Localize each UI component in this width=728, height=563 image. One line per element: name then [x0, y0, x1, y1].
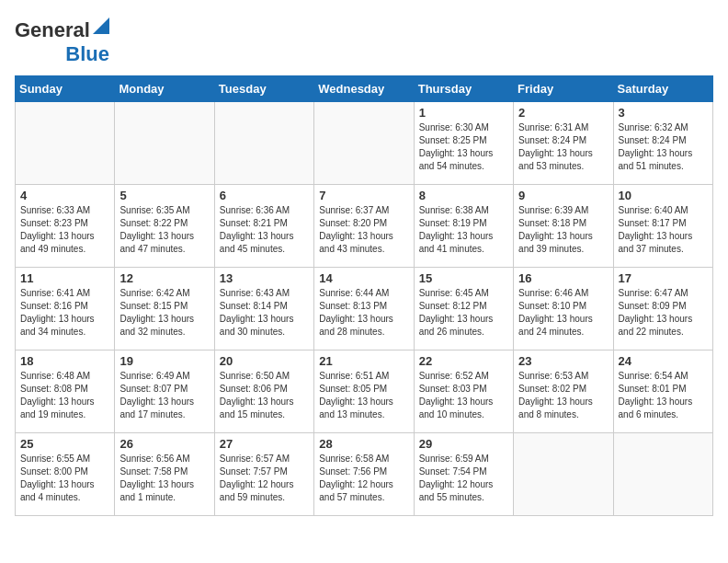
- day-info: Sunrise: 6:51 AM Sunset: 8:05 PM Dayligh…: [319, 370, 408, 421]
- calendar-cell: 19Sunrise: 6:49 AM Sunset: 8:07 PM Dayli…: [115, 350, 214, 433]
- calendar-week-row: 1Sunrise: 6:30 AM Sunset: 8:25 PM Daylig…: [16, 102, 713, 185]
- day-number: 14: [319, 271, 408, 285]
- calendar-cell: 27Sunrise: 6:57 AM Sunset: 7:57 PM Dayli…: [214, 433, 313, 516]
- day-info: Sunrise: 6:33 AM Sunset: 8:23 PM Dayligh…: [20, 204, 109, 256]
- calendar-cell: 28Sunrise: 6:58 AM Sunset: 7:56 PM Dayli…: [314, 433, 414, 516]
- day-info: Sunrise: 6:56 AM Sunset: 7:58 PM Dayligh…: [119, 453, 209, 504]
- calendar-week-row: 11Sunrise: 6:41 AM Sunset: 8:16 PM Dayli…: [16, 268, 713, 350]
- day-info: Sunrise: 6:46 AM Sunset: 8:10 PM Dayligh…: [518, 287, 608, 339]
- calendar-cell: [314, 102, 414, 185]
- day-info: Sunrise: 6:31 AM Sunset: 8:24 PM Dayligh…: [518, 121, 608, 173]
- calendar: SundayMondayTuesdayWednesdayThursdayFrid…: [15, 75, 713, 516]
- calendar-cell: 13Sunrise: 6:43 AM Sunset: 8:14 PM Dayli…: [214, 268, 313, 350]
- day-info: Sunrise: 6:37 AM Sunset: 8:20 PM Dayligh…: [319, 204, 408, 256]
- calendar-cell: 1Sunrise: 6:30 AM Sunset: 8:25 PM Daylig…: [414, 102, 513, 185]
- day-number: 3: [619, 106, 708, 120]
- day-number: 11: [20, 271, 109, 285]
- calendar-cell: 2Sunrise: 6:31 AM Sunset: 8:24 PM Daylig…: [514, 102, 613, 185]
- calendar-cell: 24Sunrise: 6:54 AM Sunset: 8:01 PM Dayli…: [613, 350, 712, 433]
- calendar-cell: [115, 102, 214, 185]
- column-header-wednesday: Wednesday: [314, 76, 414, 102]
- day-number: 22: [419, 354, 508, 368]
- calendar-cell: 4Sunrise: 6:33 AM Sunset: 8:23 PM Daylig…: [16, 185, 115, 268]
- header: General Blue: [15, 15, 713, 66]
- day-info: Sunrise: 6:59 AM Sunset: 7:54 PM Dayligh…: [419, 453, 508, 504]
- day-number: 21: [319, 354, 408, 368]
- calendar-cell: 6Sunrise: 6:36 AM Sunset: 8:21 PM Daylig…: [214, 185, 313, 268]
- day-info: Sunrise: 6:40 AM Sunset: 8:17 PM Dayligh…: [619, 204, 708, 256]
- day-number: 29: [419, 437, 508, 451]
- day-info: Sunrise: 6:42 AM Sunset: 8:15 PM Dayligh…: [119, 287, 209, 339]
- day-info: Sunrise: 6:38 AM Sunset: 8:19 PM Dayligh…: [419, 204, 508, 256]
- day-number: 6: [220, 189, 309, 202]
- day-info: Sunrise: 6:53 AM Sunset: 8:02 PM Dayligh…: [518, 370, 608, 421]
- calendar-cell: 18Sunrise: 6:48 AM Sunset: 8:08 PM Dayli…: [16, 350, 115, 433]
- calendar-cell: 16Sunrise: 6:46 AM Sunset: 8:10 PM Dayli…: [514, 268, 613, 350]
- column-header-saturday: Saturday: [613, 76, 712, 102]
- day-info: Sunrise: 6:30 AM Sunset: 8:25 PM Dayligh…: [419, 121, 508, 173]
- calendar-cell: 11Sunrise: 6:41 AM Sunset: 8:16 PM Dayli…: [16, 268, 115, 350]
- calendar-cell: 12Sunrise: 6:42 AM Sunset: 8:15 PM Dayli…: [115, 268, 214, 350]
- day-info: Sunrise: 6:39 AM Sunset: 8:18 PM Dayligh…: [518, 204, 608, 256]
- calendar-cell: 25Sunrise: 6:55 AM Sunset: 8:00 PM Dayli…: [16, 433, 115, 516]
- calendar-cell: 22Sunrise: 6:52 AM Sunset: 8:03 PM Dayli…: [414, 350, 513, 433]
- day-number: 20: [220, 354, 309, 368]
- day-info: Sunrise: 6:58 AM Sunset: 7:56 PM Dayligh…: [319, 453, 408, 504]
- calendar-cell: [16, 102, 115, 185]
- day-number: 16: [518, 271, 608, 285]
- column-header-friday: Friday: [514, 76, 613, 102]
- day-number: 24: [619, 354, 708, 368]
- calendar-cell: [514, 433, 613, 516]
- day-info: Sunrise: 6:45 AM Sunset: 8:12 PM Dayligh…: [419, 287, 508, 339]
- calendar-cell: 15Sunrise: 6:45 AM Sunset: 8:12 PM Dayli…: [414, 268, 513, 350]
- day-number: 2: [518, 106, 608, 120]
- calendar-cell: 20Sunrise: 6:50 AM Sunset: 8:06 PM Dayli…: [214, 350, 313, 433]
- logo: General Blue: [15, 18, 109, 66]
- day-number: 13: [220, 271, 309, 285]
- day-number: 5: [119, 189, 209, 202]
- calendar-cell: 3Sunrise: 6:32 AM Sunset: 8:24 PM Daylig…: [613, 102, 712, 185]
- calendar-cell: 10Sunrise: 6:40 AM Sunset: 8:17 PM Dayli…: [613, 185, 712, 268]
- calendar-cell: 7Sunrise: 6:37 AM Sunset: 8:20 PM Daylig…: [314, 185, 414, 268]
- day-number: 15: [419, 271, 508, 285]
- day-number: 26: [119, 437, 209, 451]
- column-header-tuesday: Tuesday: [214, 76, 313, 102]
- day-number: 7: [319, 189, 408, 202]
- day-number: 10: [619, 189, 708, 202]
- day-info: Sunrise: 6:41 AM Sunset: 8:16 PM Dayligh…: [20, 287, 109, 339]
- calendar-week-row: 18Sunrise: 6:48 AM Sunset: 8:08 PM Dayli…: [16, 350, 713, 433]
- day-number: 1: [419, 106, 508, 120]
- day-info: Sunrise: 6:54 AM Sunset: 8:01 PM Dayligh…: [619, 370, 708, 421]
- calendar-header-row: SundayMondayTuesdayWednesdayThursdayFrid…: [16, 76, 713, 102]
- calendar-cell: 9Sunrise: 6:39 AM Sunset: 8:18 PM Daylig…: [514, 185, 613, 268]
- day-number: 27: [220, 437, 309, 451]
- day-number: 4: [20, 189, 109, 202]
- svg-marker-0: [93, 17, 109, 34]
- day-info: Sunrise: 6:32 AM Sunset: 8:24 PM Dayligh…: [619, 121, 708, 173]
- day-info: Sunrise: 6:49 AM Sunset: 8:07 PM Dayligh…: [119, 370, 209, 421]
- day-info: Sunrise: 6:36 AM Sunset: 8:21 PM Dayligh…: [220, 204, 309, 256]
- column-header-monday: Monday: [115, 76, 214, 102]
- day-info: Sunrise: 6:55 AM Sunset: 8:00 PM Dayligh…: [20, 453, 109, 504]
- calendar-cell: [214, 102, 313, 185]
- day-info: Sunrise: 6:44 AM Sunset: 8:13 PM Dayligh…: [319, 287, 408, 339]
- calendar-cell: 26Sunrise: 6:56 AM Sunset: 7:58 PM Dayli…: [115, 433, 214, 516]
- calendar-cell: 23Sunrise: 6:53 AM Sunset: 8:02 PM Dayli…: [514, 350, 613, 433]
- day-number: 17: [619, 271, 708, 285]
- logo-triangle-icon: [93, 17, 109, 34]
- logo-general: General: [15, 18, 90, 42]
- calendar-week-row: 4Sunrise: 6:33 AM Sunset: 8:23 PM Daylig…: [16, 185, 713, 268]
- calendar-cell: 29Sunrise: 6:59 AM Sunset: 7:54 PM Dayli…: [414, 433, 513, 516]
- calendar-cell: [613, 433, 712, 516]
- calendar-cell: 5Sunrise: 6:35 AM Sunset: 8:22 PM Daylig…: [115, 185, 214, 268]
- logo-blue: Blue: [65, 42, 109, 66]
- day-number: 12: [119, 271, 209, 285]
- calendar-cell: 17Sunrise: 6:47 AM Sunset: 8:09 PM Dayli…: [613, 268, 712, 350]
- day-number: 18: [20, 354, 109, 368]
- day-info: Sunrise: 6:43 AM Sunset: 8:14 PM Dayligh…: [220, 287, 309, 339]
- day-number: 23: [518, 354, 608, 368]
- calendar-week-row: 25Sunrise: 6:55 AM Sunset: 8:00 PM Dayli…: [16, 433, 713, 516]
- day-info: Sunrise: 6:57 AM Sunset: 7:57 PM Dayligh…: [220, 453, 309, 504]
- column-header-sunday: Sunday: [16, 76, 115, 102]
- calendar-cell: 8Sunrise: 6:38 AM Sunset: 8:19 PM Daylig…: [414, 185, 513, 268]
